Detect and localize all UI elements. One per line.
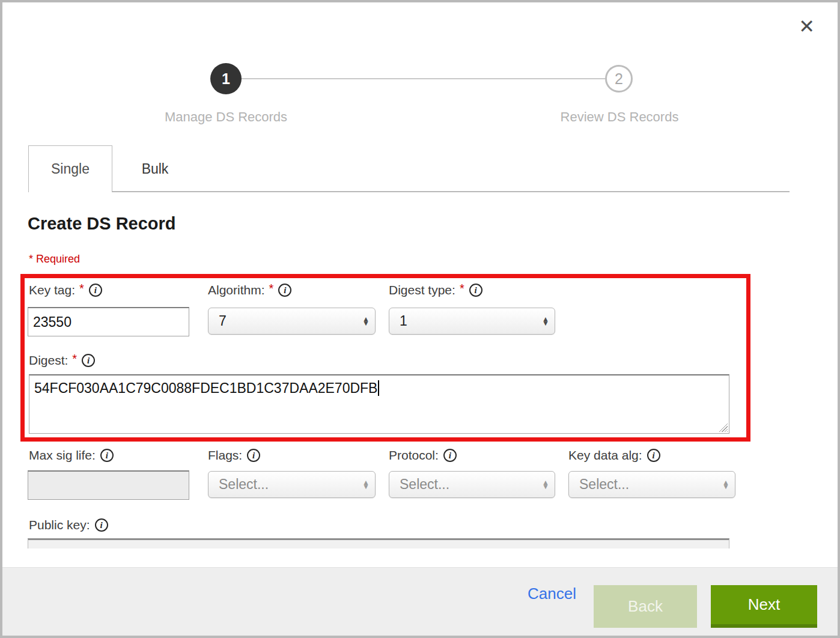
digest-type-label-text: Digest type:: [389, 283, 455, 297]
algorithm-select-value: 7: [219, 313, 227, 329]
protocol-label-text: Protocol:: [389, 448, 439, 463]
digest-label-text: Digest:: [29, 353, 68, 368]
back-button[interactable]: Back: [594, 585, 697, 628]
step-2-indicator: 2: [605, 65, 633, 93]
step-1-label: Manage DS Records: [130, 109, 322, 125]
tab-single-label: Single: [51, 161, 90, 177]
max-sig-life-info-icon[interactable]: i: [100, 449, 114, 462]
public-key-info-icon[interactable]: i: [95, 518, 108, 532]
key-data-alg-info-icon[interactable]: i: [647, 449, 660, 462]
key-tag-required-marker: *: [79, 282, 84, 296]
digest-type-select-value: 1: [400, 313, 407, 329]
digest-type-info-icon[interactable]: i: [469, 284, 482, 297]
select-arrows-icon: ▲▼: [722, 480, 729, 489]
max-sig-life-label: Max sig life: i: [29, 448, 114, 463]
max-sig-life-label-text: Max sig life:: [29, 448, 96, 463]
close-icon[interactable]: ✕: [799, 17, 815, 36]
key-tag-input[interactable]: [28, 307, 189, 336]
key-tag-label: Key tag: * i: [29, 283, 102, 297]
select-arrows-icon: ▲▼: [542, 317, 549, 326]
digest-type-label: Digest type: * i: [389, 283, 482, 297]
create-ds-record-modal: ✕ 1 2 Manage DS Records Review DS Record…: [0, 0, 840, 638]
step-2-number: 2: [615, 70, 623, 88]
tab-bulk[interactable]: Bulk: [112, 145, 198, 192]
tab-bulk-label: Bulk: [142, 161, 169, 177]
required-note: * Required: [29, 253, 80, 266]
flags-select[interactable]: Select... ▲▼: [208, 471, 376, 498]
stepper-connector: [242, 78, 605, 79]
digest-label: Digest: * i: [29, 353, 95, 368]
cancel-button[interactable]: Cancel: [528, 585, 576, 603]
key-tag-label-text: Key tag:: [29, 283, 75, 297]
select-arrows-icon: ▲▼: [362, 480, 370, 489]
public-key-textarea[interactable]: [28, 538, 729, 548]
flags-label: Flags: i: [208, 448, 260, 463]
key-data-alg-select[interactable]: Select... ▲▼: [568, 471, 735, 498]
algorithm-info-icon[interactable]: i: [278, 284, 291, 297]
key-data-alg-label-text: Key data alg:: [568, 448, 642, 463]
next-button[interactable]: Next: [711, 585, 817, 628]
digest-info-icon[interactable]: i: [82, 354, 95, 367]
key-data-alg-label: Key data alg: i: [568, 448, 660, 463]
max-sig-life-input[interactable]: [28, 470, 189, 500]
select-arrows-icon: ▲▼: [542, 480, 549, 489]
select-arrows-icon: ▲▼: [362, 317, 370, 326]
protocol-label: Protocol: i: [389, 448, 457, 463]
key-data-alg-select-value: Select...: [579, 476, 629, 493]
step-2-label: Review DS Records: [523, 109, 716, 125]
digest-type-select[interactable]: 1 ▲▼: [389, 308, 555, 335]
tab-divider: [112, 191, 790, 192]
step-1-indicator: 1: [210, 63, 242, 94]
tab-single[interactable]: Single: [28, 145, 112, 192]
algorithm-label: Algorithm: * i: [208, 283, 291, 297]
flags-select-value: Select...: [219, 476, 269, 493]
digest-type-required-marker: *: [460, 282, 464, 296]
digest-textarea[interactable]: 54FCF030AA1C79C0088FDEC1BD1C37DAA2E70DFB: [29, 374, 729, 434]
protocol-select-value: Select...: [400, 476, 449, 493]
page-title: Create DS Record: [28, 214, 176, 234]
public-key-label: Public key: i: [29, 518, 108, 532]
digest-required-marker: *: [72, 352, 77, 366]
protocol-info-icon[interactable]: i: [443, 449, 457, 462]
step-1-number: 1: [222, 70, 230, 88]
algorithm-label-text: Algorithm:: [208, 283, 265, 297]
key-tag-info-icon[interactable]: i: [89, 284, 102, 297]
flags-label-text: Flags:: [208, 448, 242, 463]
text-cursor: [378, 380, 379, 396]
public-key-label-text: Public key:: [29, 518, 90, 532]
algorithm-required-marker: *: [269, 282, 274, 296]
resize-handle-icon[interactable]: [719, 423, 728, 432]
modal-footer: Cancel Back Next: [2, 567, 838, 636]
flags-info-icon[interactable]: i: [247, 449, 260, 462]
algorithm-select[interactable]: 7 ▲▼: [208, 308, 376, 335]
protocol-select[interactable]: Select... ▲▼: [389, 471, 555, 498]
digest-value: 54FCF030AA1C79C0088FDEC1BD1C37DAA2E70DFB: [34, 380, 377, 396]
